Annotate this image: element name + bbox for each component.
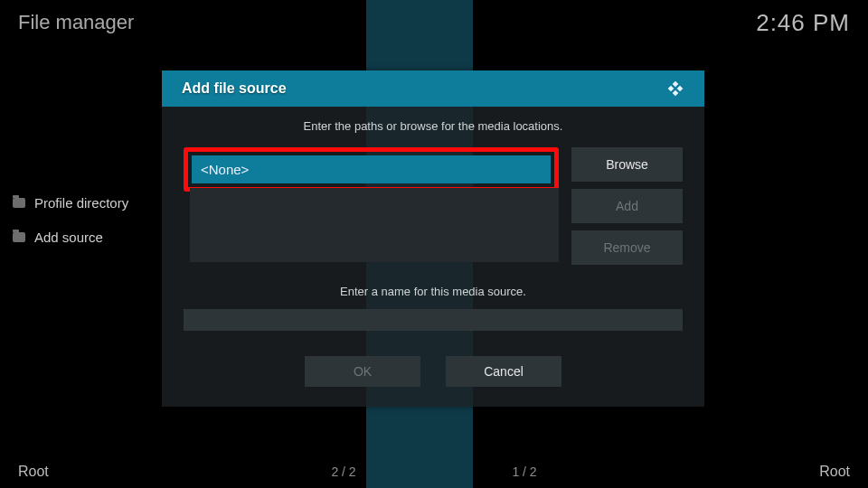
path-input[interactable] [192,155,551,183]
paths-row: Browse Add Remove [184,147,683,265]
source-name-input[interactable] [184,309,683,331]
clock: 2:46 PM [756,9,850,37]
action-row: OK Cancel [184,356,683,387]
sidebar-item-label: Profile directory [34,195,128,211]
sidebar-item-label: Add source [34,230,103,245]
path-buttons: Browse Add Remove [571,147,683,265]
sidebar-item-add-source[interactable]: Add source [13,220,175,254]
sidebar: Profile directory Add source [13,185,175,254]
add-file-source-modal: Add file source Enter the paths or brows… [162,70,704,407]
browse-button[interactable]: Browse [571,147,683,182]
kodi-logo-icon [666,80,684,98]
cancel-button[interactable]: Cancel [446,356,561,387]
path-list[interactable] [190,188,559,262]
ok-button[interactable]: OK [305,356,420,387]
path-input-highlight [184,147,559,192]
name-prompt: Enter a name for this media source. [184,285,683,298]
remove-button[interactable]: Remove [571,230,683,265]
sidebar-item-profile-directory[interactable]: Profile directory [13,185,175,220]
footer-count-right: 1 / 2 [470,465,579,479]
footer-count-left: 2 / 2 [289,465,398,479]
folder-icon [13,232,25,242]
footer-left-root: Root [18,464,289,480]
modal-title: Add file source [182,80,287,97]
footer-right-root: Root [579,464,850,480]
add-button[interactable]: Add [571,189,683,223]
folder-icon [13,198,25,208]
modal-body: Enter the paths or browse for the media … [162,107,704,407]
modal-header: Add file source [162,70,704,107]
page-title: File manager [18,11,134,34]
top-bar: File manager 2:46 PM [0,0,868,45]
paths-prompt: Enter the paths or browse for the media … [184,119,683,133]
footer: Root 2 / 2 1 / 2 Root [0,455,868,488]
